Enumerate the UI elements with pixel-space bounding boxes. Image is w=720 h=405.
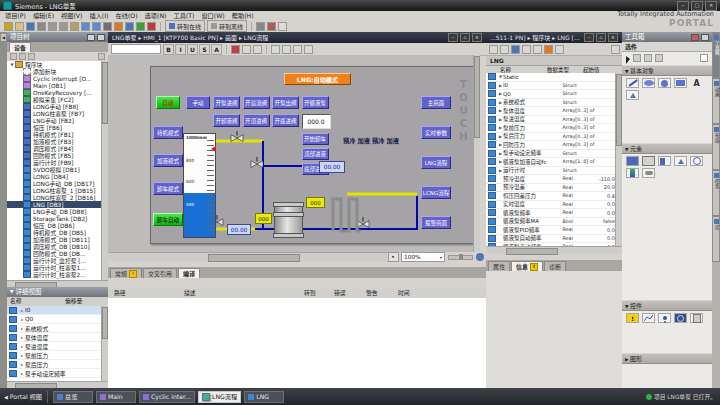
menu-item[interactable]: 工具(T) bbox=[173, 11, 194, 20]
mode-button[interactable]: 卸车模式 bbox=[153, 182, 183, 195]
valve-button[interactable]: 开顶进阀 bbox=[243, 114, 270, 127]
db-row[interactable]: ▶ 泵前压力 Array[0..3] of Real bbox=[486, 124, 615, 133]
side-tab[interactable]: 库 bbox=[712, 216, 720, 262]
fit-screen-icon[interactable] bbox=[476, 253, 484, 261]
detail-view-caption[interactable]: ▼ 详细视图 bbox=[7, 287, 108, 297]
db-row[interactable]: 循液泵频率MA Bool false bbox=[486, 218, 615, 227]
menu-item[interactable]: 视图(V) bbox=[61, 11, 82, 20]
db-row[interactable]: ▶ 循液泵加液自动fc Array[1..8] of Real bbox=[486, 158, 615, 167]
editor-minimize-button[interactable]: ‒ bbox=[584, 33, 594, 42]
collapse-arrow-icon[interactable]: ◀ bbox=[1, 34, 6, 41]
switch-icon[interactable] bbox=[642, 168, 655, 178]
db-row[interactable]: 实时温度 Real 0.0 bbox=[486, 201, 615, 210]
tree-item[interactable]: LONG柱塞泵_2 [DB16] bbox=[7, 194, 102, 201]
button-icon[interactable] bbox=[642, 156, 655, 166]
flow-display-top[interactable]: 00.00 bbox=[319, 161, 345, 173]
screen-nav-button[interactable]: 报警画面 bbox=[421, 216, 451, 229]
format-button[interactable]: U bbox=[187, 44, 198, 55]
scroll-right-icon[interactable]: ▸ bbox=[388, 252, 399, 262]
toolbar-icon[interactable] bbox=[26, 22, 35, 31]
mode-button[interactable]: 加液模式 bbox=[153, 154, 183, 167]
insert-row-icon[interactable] bbox=[489, 45, 498, 54]
breadcrumb[interactable]: ...511-1 PN] ▸ 程序块 ▸ LNG [DB3] bbox=[490, 33, 584, 42]
inspector-tab[interactable]: 交叉引用 ! bbox=[143, 268, 177, 278]
user-view-icon[interactable] bbox=[658, 313, 671, 323]
tab-devices[interactable]: 设备 bbox=[9, 42, 31, 52]
menu-item[interactable]: 帮助(H) bbox=[232, 11, 254, 20]
screen-nav-button[interactable]: 实时参数 bbox=[421, 126, 451, 139]
menu-item[interactable]: 编辑(E) bbox=[33, 11, 54, 20]
editor-close-button[interactable]: ✕ bbox=[472, 33, 482, 42]
mode-button[interactable]: 待机模式 bbox=[153, 126, 183, 139]
inspector-tab[interactable]: 常规 ! bbox=[110, 268, 142, 278]
tree-filter-icon[interactable] bbox=[10, 53, 17, 60]
section-controls[interactable]: ▼ 控件 bbox=[622, 300, 712, 311]
flow-display-bottom[interactable]: 00.00 bbox=[227, 224, 251, 235]
format-button[interactable]: S bbox=[199, 44, 210, 55]
zoom-select[interactable]: 100% ▾ bbox=[401, 252, 445, 262]
menu-item[interactable]: 窗口(W) bbox=[201, 11, 224, 20]
crossref-icon[interactable] bbox=[256, 22, 265, 31]
more-icon[interactable] bbox=[611, 45, 620, 54]
tree-item[interactable]: LNG手动_DB [DB8] bbox=[7, 208, 102, 215]
taskbar-button[interactable]: Main bbox=[96, 391, 136, 403]
format-button[interactable]: A bbox=[211, 44, 222, 55]
rotate-icon[interactable] bbox=[271, 45, 280, 54]
menu-item[interactable]: 选项(N) bbox=[145, 11, 167, 20]
dock-icon[interactable] bbox=[691, 34, 699, 41]
tree-vscrollbar[interactable] bbox=[101, 61, 108, 280]
detail-view-row[interactable]: ▸ 泵前压力 bbox=[7, 351, 102, 360]
graphic-io-field-icon[interactable] bbox=[674, 156, 687, 166]
recipe-view-icon[interactable] bbox=[690, 313, 703, 323]
value-display-2[interactable]: 000 bbox=[255, 213, 272, 224]
menu-item[interactable]: 在线(O) bbox=[116, 11, 138, 20]
dock-icon[interactable] bbox=[87, 34, 95, 41]
copy-snapshot-icon[interactable] bbox=[533, 45, 542, 54]
db-row[interactable]: ▶ 泵手动设定频率 Struct bbox=[486, 150, 615, 159]
editor-minimize-button[interactable]: ‒ bbox=[448, 33, 458, 42]
snap-icon[interactable] bbox=[304, 45, 313, 54]
canvas-hscrollbar[interactable] bbox=[108, 252, 388, 262]
detail-view-row[interactable]: ▸ 系统模式 bbox=[7, 324, 102, 333]
valve-button[interactable]: 开泵进阀 bbox=[213, 96, 240, 109]
auto-button[interactable]: 自动 bbox=[156, 96, 180, 109]
db-row[interactable]: ▶ 泵体温度 Array[0..3] of Real bbox=[486, 107, 615, 116]
tree-item[interactable]: SVDO模拟 [DB1] bbox=[7, 166, 102, 173]
tree-item[interactable]: 添加新块 bbox=[7, 68, 102, 75]
editor-maximize-button[interactable]: ▫ bbox=[460, 33, 470, 42]
detail-view-row[interactable]: ▸ 泵进温度 bbox=[7, 342, 102, 351]
detail-view-row[interactable]: ▸ Q0 bbox=[7, 315, 102, 324]
unload-auto-button[interactable]: 卸车自动 bbox=[153, 213, 183, 226]
side-tab[interactable]: 任务 bbox=[712, 170, 720, 216]
toolbar-icon[interactable] bbox=[147, 22, 156, 31]
download-values-icon[interactable] bbox=[544, 45, 553, 54]
go-offline-button[interactable]: 转到离线 bbox=[207, 20, 247, 32]
db-row[interactable]: ▶ 泵进温度 Array[0..3] of Real bbox=[486, 116, 615, 125]
collapse-icon[interactable] bbox=[701, 34, 709, 41]
db-row[interactable]: 预冷温度 Real -110.0 bbox=[486, 175, 615, 184]
trend-view-icon[interactable] bbox=[642, 313, 655, 323]
db-row[interactable]: ▶ I0 Struct bbox=[486, 82, 615, 91]
inspector-tab[interactable]: 信息 ! bbox=[511, 261, 543, 271]
db-row[interactable]: ▶ Q0 Struct bbox=[486, 90, 615, 99]
inspector-tab[interactable]: 诊断 ! bbox=[544, 261, 566, 271]
db-row[interactable]: 恒压回差压力 Real 0.4 bbox=[486, 192, 615, 201]
db-row[interactable]: ▼ Static bbox=[486, 73, 615, 82]
tree-item[interactable]: Main [OB1] bbox=[7, 82, 102, 89]
db-row[interactable]: ▶ 泵后压力 Array[0..3] of Real bbox=[486, 133, 615, 142]
vaporizer-coil[interactable] bbox=[331, 193, 363, 233]
detail-view-row[interactable]: ▸ 泵手动设定频率 bbox=[7, 369, 102, 378]
db-row[interactable]: ▶ 回防压力 Array[0..3] of Real bbox=[486, 141, 615, 150]
section-basic-objects[interactable]: ▼ 基本对象 bbox=[622, 65, 712, 76]
db-row[interactable]: 循液泵频率 Real 0.0 bbox=[486, 209, 615, 218]
io-field-icon[interactable] bbox=[626, 156, 639, 166]
screen-nav-button[interactable]: LCNG流程 bbox=[421, 186, 451, 199]
editor-maximize-button[interactable]: ▫ bbox=[596, 33, 606, 42]
detail-view-row[interactable]: ▸ I0 bbox=[7, 306, 102, 315]
unload-button[interactable]: 开始卸车 bbox=[302, 133, 329, 145]
circle-icon[interactable] bbox=[658, 78, 671, 88]
pump-icon[interactable] bbox=[274, 203, 303, 237]
toolbar-icon[interactable] bbox=[136, 22, 145, 31]
inspector-tab[interactable]: 属性 ! bbox=[488, 261, 510, 271]
valve-button[interactable]: 开卸液阀 bbox=[213, 114, 240, 127]
